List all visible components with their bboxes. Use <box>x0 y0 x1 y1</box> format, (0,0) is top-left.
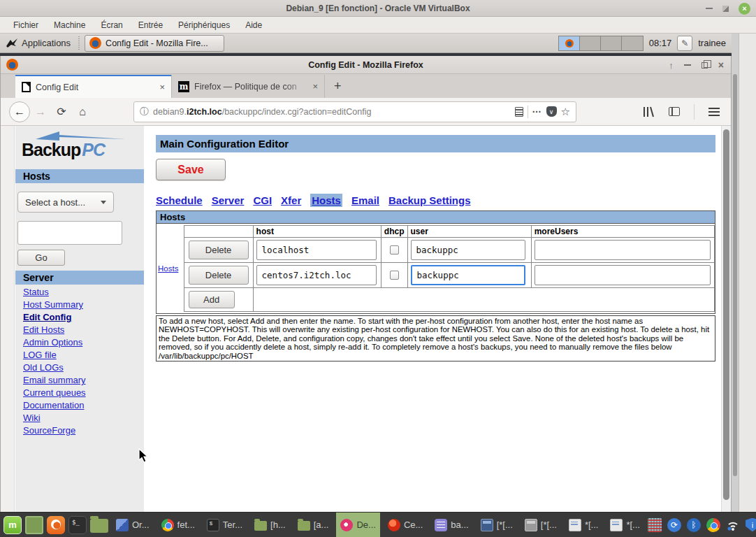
sidebar-item-sourceforge[interactable]: SourceForge <box>23 424 86 437</box>
reload-button[interactable]: ⟳ <box>51 105 72 118</box>
sidebar-item-status[interactable]: Status <box>23 286 86 299</box>
delete-button[interactable]: Delete <box>189 266 249 285</box>
firefox-launcher-icon[interactable] <box>47 516 65 534</box>
library-icon[interactable] <box>643 106 655 117</box>
username[interactable]: trainee <box>698 38 726 48</box>
nav-email[interactable]: Email <box>351 194 379 206</box>
taskbar-window-virtualbox[interactable]: Or... <box>112 513 154 537</box>
nav-schedule[interactable]: Schedule <box>156 194 203 206</box>
url-bar[interactable]: ⓘ debian9.i2tch.loc/backuppc/index.cgi?a… <box>133 101 576 122</box>
restore-icon[interactable] <box>702 62 708 69</box>
page-scrollbar[interactable] <box>721 126 731 512</box>
back-button[interactable]: ← <box>9 101 30 122</box>
sidebar-item-old-logs[interactable]: Old LOGs <box>23 361 86 374</box>
sidebar-item-edit-config[interactable]: Edit Config <box>23 311 86 324</box>
taskbar-window-document[interactable]: ba... <box>430 513 472 537</box>
sidebar-item-admin-options[interactable]: Admin Options <box>23 336 86 349</box>
menu-icon[interactable] <box>708 108 720 116</box>
sync-icon[interactable]: ⟳ <box>667 518 681 532</box>
shield-info-icon[interactable]: i <box>746 518 756 532</box>
delete-button[interactable]: Delete <box>189 241 249 259</box>
user-input[interactable] <box>411 240 525 260</box>
pocket-icon[interactable]: ∨ <box>546 106 557 117</box>
dhcp-checkbox[interactable] <box>390 271 399 280</box>
menu-entree[interactable]: Entrée <box>131 17 170 34</box>
sidebar-item-host-summary[interactable]: Host Summary <box>23 299 86 311</box>
nav-backup-settings[interactable]: Backup Settings <box>388 194 471 206</box>
close-icon[interactable]: × <box>718 59 724 71</box>
tab-config-edit[interactable]: Config Edit × <box>15 75 171 98</box>
hosts-row-link[interactable]: Hosts <box>158 264 178 273</box>
page-actions-icon[interactable]: ⋯ <box>532 106 542 117</box>
tab-firefox-politique[interactable]: m Firefox — Politique de con × <box>171 75 325 98</box>
workspace-2[interactable] <box>580 36 601 50</box>
sidebar-item-current-queues[interactable]: Current queues <box>23 387 86 399</box>
sidebar-item-documentation[interactable]: Documentation <box>23 399 86 412</box>
chrome-icon[interactable] <box>706 518 720 532</box>
dhcp-checkbox[interactable] <box>390 245 399 255</box>
shade-icon[interactable]: ↑ <box>669 60 674 71</box>
sidebar-item-email-summary[interactable]: Email summary <box>23 374 86 387</box>
taskbar-window-chrome[interactable]: fet... <box>157 513 199 537</box>
workspace-4[interactable] <box>622 36 643 50</box>
menu-peripheriques[interactable]: Périphériques <box>170 17 238 34</box>
clock[interactable]: 08:17 <box>649 38 672 48</box>
reader-view-icon[interactable] <box>515 107 523 117</box>
tab-close-icon[interactable]: × <box>159 82 165 92</box>
tab-close-icon[interactable]: × <box>312 81 318 92</box>
taskbar-window-debian-active[interactable]: De... <box>336 513 379 537</box>
taskbar-window-centos[interactable]: Ce... <box>384 513 427 537</box>
workspace-3[interactable] <box>601 36 622 50</box>
taskbar-window-screenshot-2[interactable]: [*[... <box>521 513 561 537</box>
host-input[interactable] <box>256 240 377 260</box>
minimize-icon[interactable] <box>706 8 713 9</box>
moreusers-input[interactable] <box>535 240 711 260</box>
menu-fichier[interactable]: Fichier <box>6 17 46 34</box>
workspace-1[interactable] <box>559 36 580 50</box>
moreusers-input[interactable] <box>535 265 711 285</box>
new-tab-button[interactable]: + <box>325 75 351 98</box>
scrollbar-thumb[interactable] <box>723 129 729 500</box>
host-select-dropdown[interactable]: Select a host... <box>17 192 114 213</box>
input-method-icon[interactable]: ✎ <box>677 36 692 51</box>
vm-scrollbar-thumb[interactable] <box>733 74 737 476</box>
home-button[interactable]: ⌂ <box>72 106 93 118</box>
vm-scrollbar[interactable] <box>732 34 739 512</box>
files-launcher-icon[interactable] <box>90 519 108 533</box>
network-icon[interactable] <box>726 518 740 532</box>
nav-cgi[interactable]: CGI <box>253 194 272 206</box>
menu-machine[interactable]: Machine <box>46 17 93 34</box>
sidebar-item-edit-hosts[interactable]: Edit Hosts <box>23 324 86 336</box>
user-input-focused[interactable] <box>411 265 525 285</box>
close-icon[interactable]: × <box>739 3 750 15</box>
nav-xfer[interactable]: Xfer <box>281 194 301 206</box>
site-info-icon[interactable]: ⓘ <box>140 106 149 118</box>
host-search-input[interactable] <box>17 221 122 245</box>
taskbar-window-folder-h[interactable]: [h... <box>250 513 290 537</box>
applications-menu-button[interactable]: Applications <box>0 34 76 53</box>
host-input[interactable] <box>256 265 377 285</box>
workspace-pager[interactable] <box>558 36 644 51</box>
forward-button[interactable]: → <box>30 106 51 118</box>
bookmark-star-icon[interactable]: ☆ <box>561 106 570 118</box>
url-text[interactable]: debian9.i2tch.loc/backuppc/index.cgi?act… <box>153 107 511 117</box>
sidebar-item-log-file[interactable]: LOG file <box>23 349 86 361</box>
mint-menu-icon[interactable]: m <box>3 516 22 534</box>
terminal-launcher-icon[interactable]: $_ <box>68 516 87 534</box>
sidebar-item-wiki[interactable]: Wiki <box>23 412 86 424</box>
nav-server[interactable]: Server <box>212 194 245 206</box>
taskbar-window-folder-a[interactable]: [a... <box>293 513 333 537</box>
menu-ecran[interactable]: Écran <box>93 17 130 34</box>
character-map-icon[interactable] <box>648 518 662 532</box>
menu-aide[interactable]: Aide <box>238 17 270 34</box>
sidebar-toggle-icon[interactable] <box>669 107 680 116</box>
restore-icon[interactable] <box>722 6 729 12</box>
bluetooth-icon[interactable]: ᛒ <box>687 518 701 532</box>
panel-window-button[interactable]: Config Edit - Mozilla Fire... <box>85 35 224 52</box>
minimize-icon[interactable] <box>684 64 691 66</box>
show-desktop-icon[interactable] <box>25 516 43 534</box>
taskbar-window-screenshot-1[interactable]: [*[... <box>477 513 517 537</box>
taskbar-window-terminal[interactable]: Ter... <box>203 513 247 537</box>
taskbar-window-screenshot-4[interactable]: *[... <box>606 513 644 537</box>
nav-hosts[interactable]: Hosts <box>310 194 342 207</box>
